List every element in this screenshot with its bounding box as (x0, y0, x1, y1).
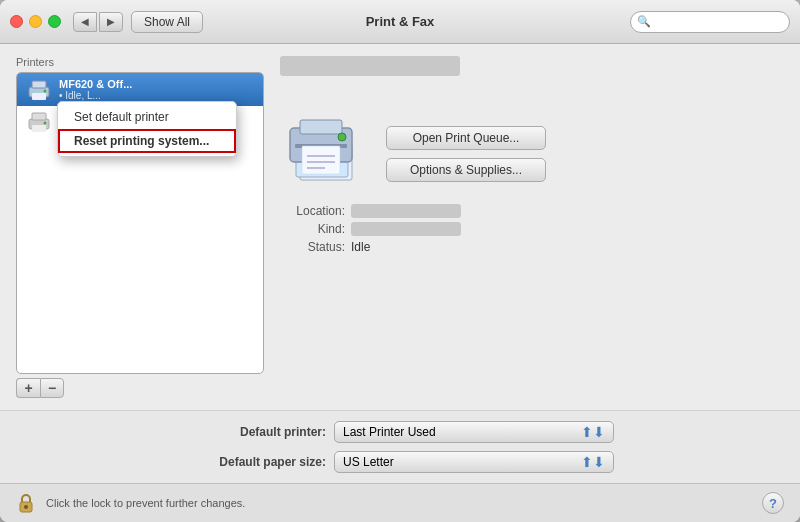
printers-label: Printers (16, 56, 264, 68)
traffic-lights (10, 15, 61, 28)
footer: Click the lock to prevent further change… (0, 483, 800, 522)
default-paper-value: US Letter (343, 455, 394, 469)
printer-big-icon (280, 106, 370, 186)
svg-rect-14 (302, 146, 340, 174)
default-printer-label: Default printer: (186, 425, 326, 439)
search-icon: 🔍 (637, 15, 651, 28)
show-all-button[interactable]: Show All (131, 11, 203, 33)
maximize-button[interactable] (48, 15, 61, 28)
default-paper-label: Default paper size: (186, 455, 326, 469)
default-printer-arrow-icon: ⬆⬇ (581, 424, 605, 440)
svg-point-7 (44, 122, 47, 125)
kind-value-blurred (351, 222, 461, 236)
context-menu-reset[interactable]: Reset printing system... (58, 129, 236, 153)
svg-point-19 (24, 505, 28, 509)
close-button[interactable] (10, 15, 23, 28)
titlebar: ◀ ▶ Show All Print & Fax 🔍 (0, 0, 800, 44)
remove-printer-button[interactable]: − (40, 378, 64, 398)
window: ◀ ▶ Show All Print & Fax 🔍 Printers (0, 0, 800, 522)
minimize-button[interactable] (29, 15, 42, 28)
info-section: Location: Kind: Status: Idle (280, 204, 784, 254)
back-button[interactable]: ◀ (73, 12, 97, 32)
svg-rect-5 (32, 113, 46, 120)
printers-list: MF620 & Off... • Idle, L... Set default … (16, 72, 264, 374)
printer-icon (25, 79, 53, 101)
printer-name-selected: MF620 & Off... • Idle, L... (59, 78, 132, 101)
lock-icon[interactable] (16, 492, 36, 514)
context-menu-set-default[interactable]: Set default printer (58, 105, 236, 129)
printer-name-blurred (280, 56, 460, 76)
default-paper-row: Default paper size: US Letter ⬆⬇ (16, 451, 784, 473)
printer-large-svg (280, 106, 370, 186)
open-print-queue-button[interactable]: Open Print Queue... (386, 126, 546, 150)
svg-point-3 (44, 89, 47, 92)
nav-buttons: ◀ ▶ (73, 12, 123, 32)
location-row: Location: (280, 204, 784, 218)
svg-rect-2 (32, 93, 46, 100)
main-content: Printers MF620 & Off... • Idle, L... (0, 44, 800, 410)
svg-rect-1 (32, 81, 46, 88)
default-printer-value: Last Printer Used (343, 425, 436, 439)
status-row: Status: Idle (280, 240, 784, 254)
action-buttons: Open Print Queue... Options & Supplies..… (386, 106, 546, 182)
bottom-section: Default printer: Last Printer Used ⬆⬇ De… (0, 410, 800, 483)
default-paper-select[interactable]: US Letter ⬆⬇ (334, 451, 614, 473)
kind-label: Kind: (280, 222, 345, 236)
printer-icon-2 (25, 111, 53, 133)
printers-panel: Printers MF620 & Off... • Idle, L... (16, 56, 264, 398)
status-label: Status: (280, 240, 345, 254)
help-button[interactable]: ? (762, 492, 784, 514)
kind-row: Kind: (280, 222, 784, 236)
window-title: Print & Fax (366, 14, 435, 29)
forward-button[interactable]: ▶ (99, 12, 123, 32)
printer-visual-area: Open Print Queue... Options & Supplies..… (280, 98, 784, 186)
search-input[interactable] (630, 11, 790, 33)
details-panel: Open Print Queue... Options & Supplies..… (280, 56, 784, 398)
footer-text: Click the lock to prevent further change… (46, 497, 752, 509)
search-box: 🔍 (630, 11, 790, 33)
list-controls: + − (16, 378, 264, 398)
add-printer-button[interactable]: + (16, 378, 40, 398)
svg-rect-6 (32, 125, 46, 132)
location-value-blurred (351, 204, 461, 218)
default-printer-row: Default printer: Last Printer Used ⬆⬇ (16, 421, 784, 443)
default-paper-arrow-icon: ⬆⬇ (581, 454, 605, 470)
default-printer-select[interactable]: Last Printer Used ⬆⬇ (334, 421, 614, 443)
svg-point-13 (338, 133, 346, 141)
options-supplies-button[interactable]: Options & Supplies... (386, 158, 546, 182)
status-value: Idle (351, 240, 370, 254)
location-label: Location: (280, 204, 345, 218)
svg-rect-11 (300, 120, 342, 134)
lock-svg (16, 492, 36, 514)
context-menu: Set default printer Reset printing syste… (57, 101, 237, 157)
